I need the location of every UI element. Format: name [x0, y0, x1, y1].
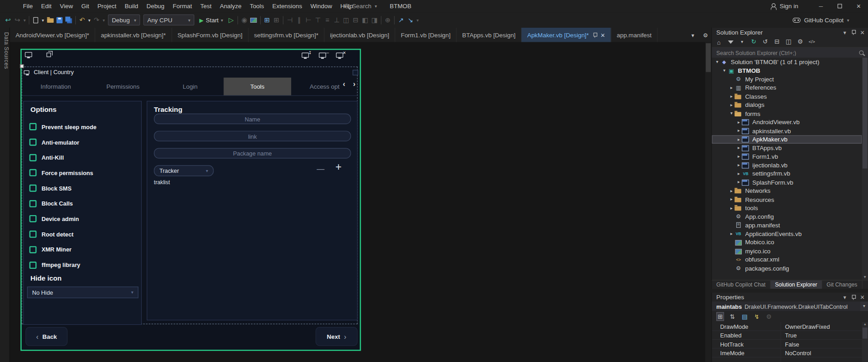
bring-to-front-icon[interactable]: ◧ — [360, 15, 370, 25]
align-bottoms-icon[interactable]: ⊥ — [332, 15, 342, 25]
collapse-all-icon[interactable]: ⊟ — [774, 38, 781, 45]
collapsed-icon[interactable]: ▸ — [729, 197, 734, 202]
snap-grid-icon[interactable]: ⊞ — [272, 15, 281, 25]
form-tab-login[interactable]: Login — [157, 78, 224, 96]
form-logo-icon[interactable] — [25, 52, 32, 57]
checkbox-ffmpeg-library[interactable]: ffmpeg library — [30, 257, 138, 273]
properties-scrollbar[interactable]: ▴ — [862, 322, 868, 362]
tree-item[interactable]: ▸ijectionlab.vb — [712, 161, 862, 169]
checkbox-block-calls[interactable]: Block Calls — [30, 196, 138, 211]
tool-tab-github-copilot-chat[interactable]: GitHub Copilot Chat — [712, 281, 770, 289]
sync-icon[interactable]: ↻ — [750, 38, 757, 45]
form-tab-information[interactable]: Information — [22, 78, 89, 96]
search-icon[interactable] — [859, 50, 864, 55]
checkbox-force-permissions[interactable]: Force permissions — [30, 165, 138, 181]
solution-search-input[interactable] — [716, 50, 856, 55]
hide-icon-dropdown[interactable]: No Hide ▾ — [27, 287, 139, 298]
doc-tab[interactable]: BTApps.vb [Design] — [456, 28, 521, 42]
collapsed-icon[interactable]: ▸ — [729, 206, 734, 211]
chevron-down-icon[interactable]: ▾ — [415, 15, 420, 25]
form-tab-tools[interactable]: Tools — [224, 78, 291, 96]
checkbox-root-detect[interactable]: Root detect — [30, 226, 138, 242]
tree-scrollbar[interactable]: ▾ — [862, 58, 868, 280]
property-row[interactable]: DrawModeOwnerDrawFixed — [712, 322, 862, 331]
menu-project[interactable]: Project — [93, 3, 120, 10]
property-value[interactable]: False — [780, 340, 862, 348]
title-search-button[interactable]: Search ▾ — [344, 0, 377, 12]
menu-window[interactable]: Window — [306, 3, 336, 10]
tree-item[interactable]: ▸Form1.vb — [712, 152, 862, 161]
collapsed-icon[interactable]: ▸ — [736, 162, 742, 167]
add-tracker-button[interactable]: + — [336, 161, 342, 174]
collapsed-icon[interactable]: ▸ — [736, 154, 742, 159]
properties-view-icon[interactable]: ▤ — [741, 312, 749, 321]
property-value[interactable]: NoControl — [780, 349, 862, 357]
align-middles-icon[interactable]: ≡ — [322, 15, 332, 25]
collapsed-icon[interactable]: ▸ — [736, 128, 742, 133]
scroll-down-icon[interactable]: ▾ — [862, 274, 868, 279]
checkbox-anti-kill[interactable]: Anti-Kill — [30, 150, 138, 166]
tool-tab-solution-explorer[interactable]: Solution Explorer — [770, 281, 822, 289]
pin-icon[interactable] — [592, 32, 597, 38]
github-copilot-button[interactable]: GitHub Copilot ▾ — [793, 12, 849, 28]
view-code-icon[interactable]: </> — [808, 40, 815, 45]
doc-tab[interactable]: apkinstaller.vb [Design]* — [95, 28, 172, 42]
checkbox-prevent-sleep-mode[interactable]: Prevent sleep mode — [30, 119, 138, 135]
collapsed-icon[interactable]: ▸ — [736, 120, 742, 125]
tree-item[interactable]: ▾Solution 'BTMOB' (1 of 1 project) — [712, 58, 862, 66]
tab-list-icon[interactable]: ▾ — [688, 30, 698, 40]
maximize-button[interactable] — [830, 0, 849, 12]
tree-item[interactable]: ▸AndroidViewer.vb — [712, 118, 862, 126]
expanded-icon[interactable]: ▾ — [714, 60, 720, 65]
form-pin-icon[interactable]: ↧ — [302, 53, 309, 58]
menu-edit[interactable]: Edit — [37, 3, 55, 10]
chevron-down-icon[interactable]: ▾ — [739, 40, 746, 45]
tree-item[interactable]: ▸SplashForm.vb — [712, 178, 862, 186]
gear-icon[interactable]: ⚙ — [701, 30, 710, 40]
menu-analyze[interactable]: Analyze — [216, 3, 246, 10]
collapsed-icon[interactable]: ▸ — [736, 171, 742, 176]
chevron-down-icon[interactable]: ▾ — [40, 15, 45, 25]
form-tab-permissions[interactable]: Permissions — [89, 78, 157, 96]
make-same-width-icon[interactable]: ◫ — [342, 15, 351, 25]
tree-item[interactable]: ▾BTMOB — [712, 66, 862, 75]
form-close-icon[interactable]: ✕ — [336, 53, 343, 58]
checkbox-device-admin[interactable]: Device admin — [30, 211, 138, 226]
checkbox-anti-emulator[interactable]: Anti-emulator — [30, 135, 138, 150]
tree-item[interactable]: ▸tools — [712, 204, 862, 212]
tree-item[interactable]: ▸References — [712, 83, 862, 92]
close-tab-icon[interactable]: ✕ — [600, 32, 605, 38]
collapsed-icon[interactable]: ▸ — [729, 85, 734, 90]
smart-tag[interactable] — [352, 70, 358, 75]
scroll-up-icon[interactable]: ▴ — [862, 322, 868, 327]
navigate-forward-icon[interactable]: ↪ — [13, 15, 22, 25]
property-row[interactable]: HotTrackFalse — [712, 340, 862, 349]
align-lefts-icon[interactable]: ⊣ — [285, 15, 295, 25]
tree-item[interactable]: ▸ApkMaker.vb — [712, 135, 862, 144]
close-button[interactable]: ✕ — [849, 0, 868, 12]
tree-item[interactable]: packages.config — [712, 264, 862, 272]
collapsed-icon[interactable]: ▸ — [729, 102, 734, 107]
chevron-down-icon[interactable]: ▾ — [860, 302, 868, 311]
copy-icon[interactable] — [46, 52, 51, 57]
tree-item[interactable]: myico.ico — [712, 246, 862, 255]
collapsed-icon[interactable]: ▸ — [736, 180, 742, 185]
new-file-icon[interactable] — [31, 15, 40, 25]
tab-scroll-right-icon[interactable]: › — [353, 80, 355, 88]
undo-icon[interactable]: ↶ — [78, 15, 87, 25]
property-value[interactable]: OwnerDrawFixed — [780, 322, 862, 330]
tool-tab-git-changes[interactable]: Git Changes — [822, 281, 862, 289]
selection-handle[interactable] — [20, 64, 24, 68]
make-same-height-icon[interactable]: ⊟ — [351, 15, 361, 25]
align-tops-icon[interactable]: ⊤ — [313, 15, 323, 25]
doc-tab[interactable]: SplashForm.vb [Design] — [172, 28, 248, 42]
chevron-down-icon[interactable]: ▾ — [843, 294, 846, 300]
chevron-down-icon[interactable]: ▾ — [22, 15, 27, 25]
property-value[interactable]: True — [780, 331, 862, 339]
chevron-down-icon[interactable]: ▾ — [101, 15, 106, 25]
tab-scroll-left-icon[interactable]: ‹ — [343, 80, 345, 88]
tree-item[interactable]: Mobico.ico — [712, 238, 862, 246]
refresh-icon[interactable]: ↺ — [762, 38, 769, 45]
start-debugging-button[interactable]: ▶Start▾ — [199, 17, 223, 24]
next-button[interactable]: Next › — [316, 327, 358, 346]
